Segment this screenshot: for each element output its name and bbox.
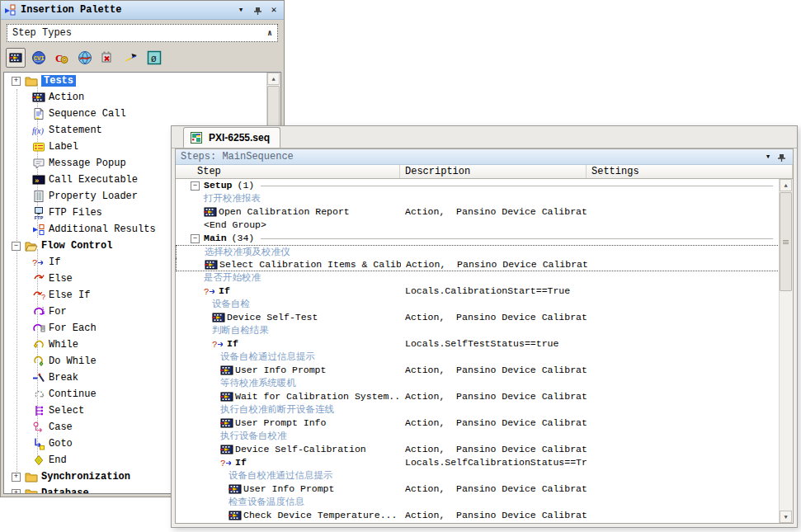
svg-text:?: ?: [220, 459, 226, 468]
column-header-step[interactable]: Step: [176, 165, 400, 178]
step-comment-row[interactable]: 选择校准项及校准仪: [176, 245, 780, 258]
step-comment-row[interactable]: 打开校准报表: [176, 192, 780, 205]
tree-item-sequence-call[interactable]: Sequence Call: [4, 106, 280, 122]
case-icon: [31, 421, 45, 434]
step-description: Action, Pansino Device Calibrati...: [400, 417, 587, 430]
pane-caret-icon[interactable]: ▾: [761, 150, 775, 163]
c-dll-adapter-icon[interactable]: C: [52, 48, 72, 68]
step-comment-row[interactable]: 等待校准系统暖机: [176, 377, 780, 390]
if-step-icon: ?: [212, 338, 225, 351]
column-headers: Step Description Settings: [176, 165, 793, 179]
step-row[interactable]: Device Self-TestAction, Pansino Device C…: [176, 311, 780, 324]
step-row[interactable]: ?IfLocals.SelfCalibrationStatus==True: [176, 456, 780, 469]
pane-pin-icon[interactable]: [775, 150, 788, 163]
svg-text:?: ?: [32, 258, 38, 268]
step-comment-row[interactable]: 设备自校准通过信息提示: [176, 469, 780, 483]
step-description: [400, 271, 587, 285]
step-comment-row[interactable]: 设备自检: [176, 298, 780, 311]
step-comment-row[interactable]: 执行自校准前断开设备连线: [176, 403, 780, 417]
tree-item-action[interactable]: Action: [4, 89, 280, 106]
step-group-row[interactable]: −Main(34): [176, 232, 780, 245]
step-row[interactable]: ?IfLocals.SelfTestStatus==true: [176, 337, 780, 351]
step-comment-row[interactable]: 是否开始校准: [176, 271, 780, 285]
menu-caret-icon[interactable]: ▾: [234, 3, 247, 16]
scroll-up-icon[interactable]: ▲: [267, 73, 280, 85]
step-description: [400, 430, 587, 443]
step-description: Locals.SelfTestStatus==true: [400, 337, 587, 351]
vertical-scrollbar[interactable]: ▲ ▼: [779, 179, 793, 523]
activex-adapter-icon[interactable]: [98, 48, 118, 68]
step-settings: [587, 246, 779, 258]
tree-item-label: Additional Results: [49, 224, 156, 235]
step-row[interactable]: Wait for Calibration System...Action, Pa…: [176, 390, 780, 403]
dotnet-globe-adapter-icon[interactable]: [75, 48, 95, 68]
tree-item-label: Database: [41, 487, 89, 494]
tab-pxi-6255-seq[interactable]: PXI-6255.seq: [183, 127, 280, 148]
scrollbar-thumb[interactable]: [780, 192, 792, 291]
step-description: [400, 219, 587, 232]
collapse-minus-icon[interactable]: −: [12, 242, 21, 251]
scroll-down-icon[interactable]: ▼: [780, 511, 792, 523]
tree-item-label: Continue: [49, 388, 97, 400]
tree-item-label: Call Executable: [49, 174, 138, 186]
property-loader-icon: [31, 190, 45, 203]
step-row[interactable]: Check Device Temperature...Action, Pansi…: [176, 509, 780, 522]
step-row[interactable]: Open Calibration ReportAction, Pansino D…: [176, 205, 780, 219]
column-header-description[interactable]: Description: [400, 165, 587, 178]
step-row[interactable]: Select Calibration Items & Calib...Actio…: [176, 258, 780, 271]
step-group-row[interactable]: −Setup(1): [176, 179, 780, 192]
flyout-dart-adapter-icon[interactable]: [121, 48, 141, 68]
step-name: If: [219, 285, 230, 298]
step-settings: [587, 324, 780, 337]
step-settings: [587, 351, 780, 364]
step-settings: [587, 496, 780, 509]
expand-plus-icon[interactable]: +: [12, 77, 21, 86]
action-adapter-icon[interactable]: [6, 48, 26, 68]
chevron-up-icon[interactable]: ∧: [267, 28, 272, 38]
step-row[interactable]: User Info PromptAction, Pansino Device C…: [176, 364, 780, 377]
step-row[interactable]: <End Group>: [176, 219, 780, 232]
step-comment: 执行自校准前断开设备连线: [220, 403, 334, 417]
step-row[interactable]: User Prompt InfoAction, Pansino Device C…: [176, 417, 780, 430]
step-row[interactable]: ?IfLocals.CalibrationStart==True: [176, 285, 780, 298]
step-comment-row[interactable]: 执行设备自校准: [176, 430, 780, 443]
step-comment-row[interactable]: 检查设备温度信息: [176, 496, 780, 509]
step-comment: 选择校准项及校准仪: [205, 246, 290, 258]
step-types-dropdown[interactable]: Step Types ∧: [7, 24, 278, 42]
step-row[interactable]: Device Self-CalibrationAction, Pansino D…: [176, 443, 780, 456]
document-tab-bar: PXI-6255.seq: [172, 126, 797, 148]
cvi-adapter-icon[interactable]: CVI: [29, 48, 49, 68]
step-description: [401, 246, 587, 258]
close-icon[interactable]: ✕: [267, 3, 280, 16]
step-comment-row[interactable]: 判断自检结果: [176, 324, 780, 337]
goto-icon: [31, 437, 45, 450]
tree-item-label: Property Loader: [49, 191, 138, 202]
step-comment-row[interactable]: 设备自检通过信息提示: [176, 351, 780, 364]
step-comment: 是否开始校准: [204, 271, 261, 285]
collapse-minus-icon[interactable]: −: [191, 234, 200, 243]
step-settings: [587, 443, 780, 456]
step-settings: [587, 377, 780, 390]
step-name: Select Calibration Items & Calib...: [219, 258, 401, 271]
none-adapter-icon[interactable]: Ø: [144, 48, 164, 68]
ftp-files-icon: FTP: [31, 206, 45, 219]
pin-icon[interactable]: [251, 3, 264, 16]
expand-plus-icon[interactable]: +: [12, 489, 21, 495]
tree-item-label: FTP Files: [49, 207, 102, 219]
step-description: Action, Pansino Device Calibrati...: [400, 483, 587, 496]
folder-closed-icon: [24, 487, 38, 494]
collapse-minus-icon[interactable]: −: [191, 181, 200, 191]
for-icon: 12: [31, 305, 45, 318]
step-settings: [587, 311, 780, 324]
column-header-settings[interactable]: Settings: [587, 165, 793, 178]
scroll-up-icon[interactable]: ▲: [780, 179, 792, 191]
step-row[interactable]: User Info PromptAction, Pansino Device C…: [176, 483, 780, 496]
tree-item-tests[interactable]: +Tests: [4, 73, 280, 89]
tree-item-label: Action: [49, 92, 84, 103]
expand-plus-icon[interactable]: +: [12, 473, 21, 482]
tree-item-label: While: [49, 339, 78, 351]
tree-item-label: For Each: [49, 322, 97, 334]
action-step-icon: [204, 206, 217, 219]
step-description: Action, Pansino Device Calibrati...: [400, 311, 587, 324]
step-name: If: [227, 337, 238, 351]
